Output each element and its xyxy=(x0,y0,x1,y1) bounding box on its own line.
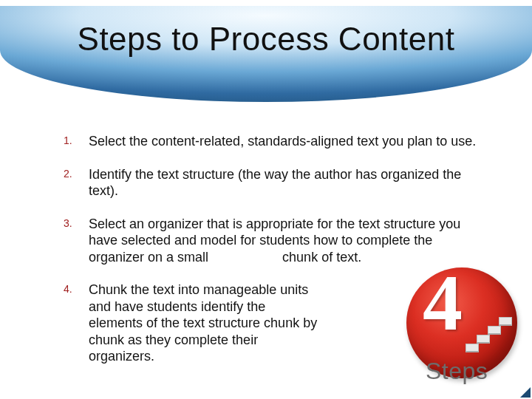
four-steps-badge: 4 Steps xyxy=(400,267,519,386)
item-number: 4. xyxy=(64,282,89,295)
item-text: Chunk the text into manageable units and… xyxy=(89,282,318,365)
list-item: 3. Select an organizer that is appropria… xyxy=(64,216,477,266)
item-text: Select the content-related, standards-al… xyxy=(89,133,476,150)
slide: Steps to Process Content 1. Select the c… xyxy=(0,0,532,399)
badge-label: Steps xyxy=(426,358,488,385)
item-number: 1. xyxy=(64,133,89,146)
badge-number: 4 xyxy=(423,263,463,343)
item-text: Identify the text structure (the way the… xyxy=(89,166,477,200)
item-number: 2. xyxy=(64,166,89,180)
item-number: 3. xyxy=(64,216,89,229)
list-item: 1. Select the content-related, standards… xyxy=(64,133,477,150)
list-item: 2. Identify the text structure (the way … xyxy=(64,166,477,200)
slide-title: Steps to Process Content xyxy=(0,21,532,58)
corner-accent-icon xyxy=(520,387,531,398)
item-text: Select an organizer that is appropriate … xyxy=(89,216,477,266)
